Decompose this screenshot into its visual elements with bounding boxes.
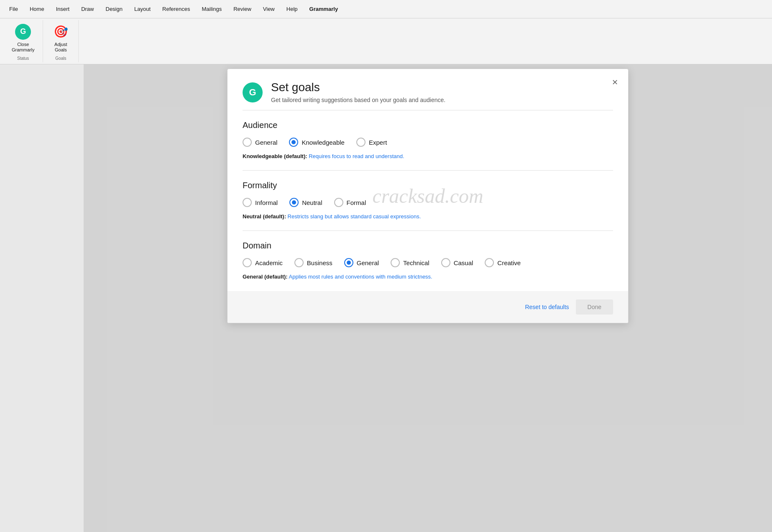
domain-description: General (default): Applies most rules an… [243, 273, 613, 281]
goals-group-label: Goals [55, 56, 66, 61]
formality-formal-label: Formal [347, 199, 366, 206]
domain-desc-label: General (default): [243, 274, 288, 280]
audience-expert-option[interactable]: Expert [356, 138, 387, 147]
adjust-goals-label: AdjustGoals [54, 42, 67, 53]
domain-general-radio[interactable] [344, 258, 353, 267]
audience-desc-text: Requires focus to read and understand. [307, 153, 404, 159]
formality-description: Neutral (default): Restricts slang but a… [243, 213, 613, 220]
formality-title: Formality [243, 181, 613, 190]
close-dialog-button[interactable]: ✕ [608, 76, 621, 89]
domain-business-label: Business [307, 259, 332, 266]
domain-creative-label: Creative [497, 259, 521, 266]
dialog-overlay: G Set goals Get tailored writing suggest… [84, 64, 772, 532]
domain-title: Domain [243, 241, 613, 251]
domain-academic-radio[interactable] [243, 258, 252, 267]
dialog-grammarly-logo: G [243, 82, 263, 102]
domain-creative-option[interactable]: Creative [485, 258, 521, 267]
menu-file[interactable]: File [4, 3, 23, 15]
audience-radio-group: General Knowledgeable Expert [243, 138, 613, 147]
audience-section: Audience General Knowledgeable Expert [228, 110, 628, 170]
reset-defaults-button[interactable]: Reset to defaults [525, 304, 569, 310]
domain-academic-option[interactable]: Academic [243, 258, 283, 267]
menu-view[interactable]: View [258, 3, 280, 15]
status-group-label: Status [17, 56, 29, 61]
domain-business-radio[interactable] [294, 258, 304, 267]
audience-expert-label: Expert [369, 139, 387, 146]
ribbon-status-group: G CloseGrammarly Status [3, 20, 43, 62]
audience-title: Audience [243, 120, 613, 130]
domain-academic-label: Academic [255, 259, 283, 266]
audience-description: Knowledgeable (default): Requires focus … [243, 153, 613, 160]
document-area: G Set goals Get tailored writing suggest… [84, 64, 772, 532]
adjust-goals-button[interactable]: 🎯 AdjustGoals [48, 22, 73, 54]
domain-radio-group: Academic Business General Technical [243, 258, 613, 267]
formality-desc-text: Restricts slang but allows standard casu… [286, 213, 421, 220]
audience-knowledgeable-radio[interactable] [289, 138, 298, 147]
domain-technical-label: Technical [403, 259, 429, 266]
domain-casual-radio[interactable] [441, 258, 450, 267]
menu-design[interactable]: Design [101, 3, 128, 15]
menu-help[interactable]: Help [281, 3, 303, 15]
dialog-subtitle: Get tailored writing suggestions based o… [271, 97, 445, 103]
menu-draw[interactable]: Draw [76, 3, 99, 15]
domain-general-option[interactable]: General [344, 258, 379, 267]
formality-informal-radio[interactable] [243, 198, 252, 207]
audience-general-option[interactable]: General [243, 138, 277, 147]
left-margin [0, 64, 84, 532]
audience-desc-label: Knowledgeable (default): [243, 153, 307, 159]
main-area: G Set goals Get tailored writing suggest… [0, 64, 772, 532]
close-grammarly-button[interactable]: G CloseGrammarly [8, 22, 38, 54]
formality-informal-option[interactable]: Informal [243, 198, 278, 207]
domain-desc-text: Applies most rules and conventions with … [288, 274, 432, 280]
formality-desc-label: Neutral (default): [243, 213, 286, 220]
close-grammarly-label: CloseGrammarly [12, 42, 34, 53]
domain-section: Domain Academic Business General [228, 231, 628, 291]
dialog-header: G Set goals Get tailored writing suggest… [228, 69, 628, 110]
domain-business-option[interactable]: Business [294, 258, 332, 267]
domain-casual-label: Casual [454, 259, 473, 266]
menu-references[interactable]: References [157, 3, 195, 15]
grammarly-ribbon-icon: G [15, 23, 31, 40]
domain-technical-radio[interactable] [391, 258, 400, 267]
menu-mailings[interactable]: Mailings [197, 3, 227, 15]
dialog-header-text: Set goals Get tailored writing suggestio… [271, 81, 445, 103]
dialog-title: Set goals [271, 81, 445, 94]
menu-review[interactable]: Review [228, 3, 256, 15]
formality-neutral-radio[interactable] [289, 198, 299, 207]
domain-general-label: General [357, 259, 379, 266]
dialog-footer: Reset to defaults Done [228, 291, 628, 323]
domain-technical-option[interactable]: Technical [391, 258, 429, 267]
formality-formal-radio[interactable] [334, 198, 343, 207]
domain-creative-radio[interactable] [485, 258, 494, 267]
ribbon: G CloseGrammarly Status 🎯 AdjustGoals Go… [0, 18, 772, 64]
grammarly-logo: G [15, 24, 31, 40]
goals-icon: 🎯 [52, 23, 69, 40]
set-goals-dialog: G Set goals Get tailored writing suggest… [227, 69, 629, 323]
audience-expert-radio[interactable] [356, 138, 366, 147]
audience-general-label: General [255, 139, 277, 146]
formality-neutral-label: Neutral [302, 199, 322, 206]
ribbon-goals-group: 🎯 AdjustGoals Goals [43, 20, 79, 62]
done-button[interactable]: Done [576, 299, 613, 315]
formality-radio-group: Informal Neutral Formal [243, 198, 613, 207]
menu-insert[interactable]: Insert [51, 3, 75, 15]
audience-knowledgeable-option[interactable]: Knowledgeable [289, 138, 345, 147]
formality-section: Formality Informal Neutral Formal [228, 171, 628, 230]
menu-grammarly[interactable]: Grammarly [304, 3, 343, 15]
domain-casual-option[interactable]: Casual [441, 258, 473, 267]
formality-informal-label: Informal [255, 199, 278, 206]
formality-neutral-option[interactable]: Neutral [289, 198, 322, 207]
audience-general-radio[interactable] [243, 138, 252, 147]
audience-knowledgeable-label: Knowledgeable [302, 139, 345, 146]
formality-formal-option[interactable]: Formal [334, 198, 366, 207]
menu-layout[interactable]: Layout [129, 3, 156, 15]
menu-home[interactable]: Home [25, 3, 49, 15]
menubar: File Home Insert Draw Design Layout Refe… [0, 0, 772, 18]
